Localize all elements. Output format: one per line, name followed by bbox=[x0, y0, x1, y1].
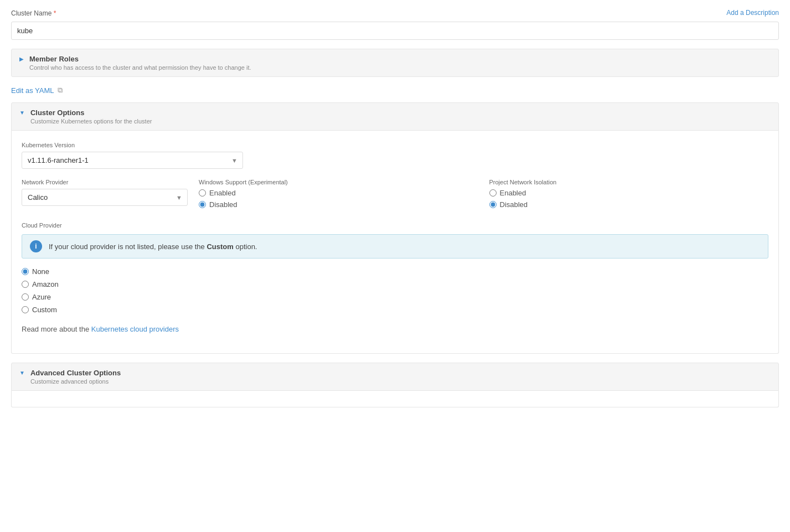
member-roles-section: ▶ Member Roles Control who has access to… bbox=[11, 49, 779, 77]
network-provider-select-wrapper: Calico Canal Flannel Weave ▼ bbox=[22, 189, 188, 206]
network-provider-select[interactable]: Calico Canal Flannel Weave bbox=[22, 189, 188, 206]
windows-support-disabled-label: Disabled bbox=[209, 200, 237, 209]
cluster-options-header-content: Cluster Options Customize Kubernetes opt… bbox=[30, 109, 152, 125]
project-network-label: Project Network Isolation bbox=[489, 179, 769, 185]
cluster-name-input[interactable] bbox=[11, 22, 779, 40]
cloud-provider-amazon-radio[interactable] bbox=[22, 281, 29, 288]
options-grid: Network Provider Calico Canal Flannel We… bbox=[22, 179, 768, 212]
read-more-row: Read more about the Kubernetes cloud pro… bbox=[22, 325, 768, 333]
windows-support-disabled-radio[interactable] bbox=[199, 201, 206, 208]
cloud-provider-custom-radio[interactable] bbox=[22, 306, 29, 313]
cloud-provider-none-label: None bbox=[32, 267, 49, 276]
required-marker: * bbox=[54, 9, 56, 17]
edit-yaml-row: Edit as YAML ⧉ bbox=[11, 86, 779, 95]
copy-icon[interactable]: ⧉ bbox=[58, 86, 63, 95]
windows-support-group: Windows Support (Experimental) Enabled D… bbox=[199, 179, 478, 212]
advanced-options-description: Customize advanced options bbox=[30, 378, 121, 385]
windows-support-disabled-option[interactable]: Disabled bbox=[199, 200, 478, 209]
form-header: Cluster Name * Add a Description bbox=[11, 9, 779, 17]
cloud-provider-custom-option[interactable]: Custom bbox=[22, 306, 768, 314]
cluster-options-body: Kubernetes Version v1.11.6-rancher1-1 v1… bbox=[11, 131, 779, 354]
cloud-provider-amazon-option[interactable]: Amazon bbox=[22, 280, 768, 288]
advanced-options-body bbox=[11, 391, 779, 407]
cluster-options-description: Customize Kubernetes options for the clu… bbox=[30, 118, 152, 125]
project-network-radio-group: Enabled Disabled bbox=[489, 189, 769, 209]
windows-support-enabled-radio[interactable] bbox=[199, 189, 206, 197]
edit-yaml-link[interactable]: Edit as YAML bbox=[11, 86, 54, 95]
cloud-provider-azure-option[interactable]: Azure bbox=[22, 293, 768, 301]
advanced-options-title: Advanced Cluster Options bbox=[30, 369, 121, 377]
project-network-disabled-option[interactable]: Disabled bbox=[489, 200, 769, 209]
cluster-options-header[interactable]: ▼ Cluster Options Customize Kubernetes o… bbox=[11, 102, 779, 131]
cloud-provider-section: Cloud Provider i If your cloud provider … bbox=[22, 222, 768, 333]
advanced-options-toggle-icon: ▼ bbox=[19, 370, 25, 376]
project-network-group: Project Network Isolation Enabled Disabl… bbox=[489, 179, 769, 212]
windows-support-enabled-option[interactable]: Enabled bbox=[199, 189, 478, 197]
project-network-disabled-label: Disabled bbox=[500, 200, 528, 209]
project-network-enabled-label: Enabled bbox=[500, 189, 526, 197]
cloud-provider-azure-radio[interactable] bbox=[22, 293, 29, 301]
member-roles-toggle-icon: ▶ bbox=[19, 56, 24, 62]
cluster-options-section: ▼ Cluster Options Customize Kubernetes o… bbox=[11, 102, 779, 354]
windows-support-label: Windows Support (Experimental) bbox=[199, 179, 478, 185]
info-banner-text: If your cloud provider is not listed, pl… bbox=[49, 242, 257, 251]
project-network-disabled-radio[interactable] bbox=[489, 201, 497, 208]
cloud-provider-label: Cloud Provider bbox=[22, 222, 768, 229]
cloud-provider-info-banner: i If your cloud provider is not listed, … bbox=[22, 234, 768, 259]
cluster-options-title: Cluster Options bbox=[30, 109, 152, 117]
cluster-name-label: Cluster Name * bbox=[11, 9, 56, 17]
kubernetes-version-select[interactable]: v1.11.6-rancher1-1 v1.12.4-rancher1-1 v1… bbox=[22, 152, 243, 169]
windows-support-radio-group: Enabled Disabled bbox=[199, 189, 478, 209]
network-provider-label: Network Provider bbox=[22, 179, 188, 185]
cloud-provider-amazon-label: Amazon bbox=[32, 280, 59, 288]
cloud-provider-custom-label: Custom bbox=[32, 306, 57, 314]
member-roles-title: Member Roles bbox=[29, 55, 251, 63]
cloud-provider-radio-group: None Amazon Azure Custom bbox=[22, 267, 768, 314]
advanced-options-header-content: Advanced Cluster Options Customize advan… bbox=[30, 369, 121, 385]
member-roles-header-content: Member Roles Control who has access to t… bbox=[29, 55, 251, 71]
page-container: Cluster Name * Add a Description ▶ Membe… bbox=[11, 9, 779, 407]
cloud-provider-none-option[interactable]: None bbox=[22, 267, 768, 276]
kubernetes-version-select-wrapper: v1.11.6-rancher1-1 v1.12.4-rancher1-1 v1… bbox=[22, 152, 243, 169]
kubernetes-cloud-providers-link[interactable]: Kubernetes cloud providers bbox=[91, 325, 179, 333]
member-roles-description: Control who has access to the cluster an… bbox=[29, 64, 251, 71]
network-provider-group: Network Provider Calico Canal Flannel We… bbox=[22, 179, 188, 206]
kubernetes-version-group: Kubernetes Version v1.11.6-rancher1-1 v1… bbox=[22, 142, 768, 169]
cluster-options-toggle-icon: ▼ bbox=[19, 110, 25, 116]
member-roles-header[interactable]: ▶ Member Roles Control who has access to… bbox=[11, 49, 779, 77]
info-icon: i bbox=[30, 240, 42, 252]
cloud-provider-none-radio[interactable] bbox=[22, 268, 29, 275]
cluster-name-label-row: Cluster Name * bbox=[11, 9, 56, 17]
windows-support-enabled-label: Enabled bbox=[209, 189, 236, 197]
advanced-cluster-options-section: ▼ Advanced Cluster Options Customize adv… bbox=[11, 363, 779, 407]
add-description-link[interactable]: Add a Description bbox=[726, 9, 779, 17]
advanced-options-header[interactable]: ▼ Advanced Cluster Options Customize adv… bbox=[11, 363, 779, 391]
cloud-provider-azure-label: Azure bbox=[32, 293, 51, 301]
kubernetes-version-label: Kubernetes Version bbox=[22, 142, 768, 148]
project-network-enabled-option[interactable]: Enabled bbox=[489, 189, 769, 197]
project-network-enabled-radio[interactable] bbox=[489, 189, 497, 197]
